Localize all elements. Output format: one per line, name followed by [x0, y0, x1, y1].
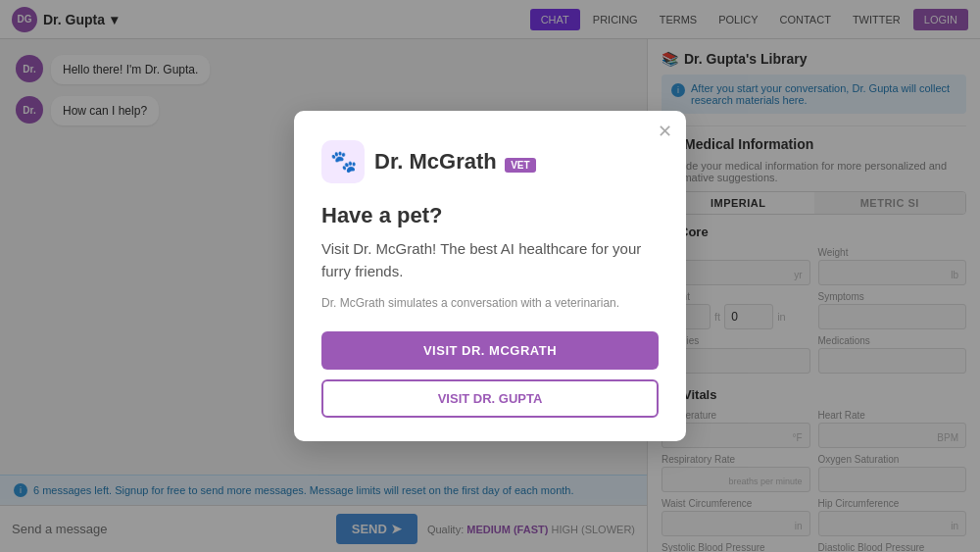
visit-gupta-button[interactable]: VISIT DR. GUPTA — [321, 379, 659, 418]
modal-logo-icon: 🐾 — [321, 140, 365, 183]
modal-title: Have a pet? — [321, 203, 659, 228]
modal-logo: 🐾 Dr. McGrath VET — [321, 140, 659, 183]
modal-close-button[interactable]: ✕ — [658, 123, 672, 140]
modal-sub: Dr. McGrath simulates a conversation wit… — [321, 296, 659, 310]
modal-desc: Visit Dr. McGrath! The best AI healthcar… — [321, 238, 659, 282]
vet-badge: VET — [505, 158, 535, 173]
visit-mcgrath-button[interactable]: VISIT DR. MCGRATH — [321, 331, 659, 370]
modal-paw-icon: 🐾 — [330, 149, 357, 175]
modal-logo-text: Dr. McGrath VET — [374, 149, 536, 175]
modal-logo-name: Dr. McGrath — [374, 149, 497, 174]
modal-overlay[interactable]: ✕ 🐾 Dr. McGrath VET Have a pet? Visit Dr… — [0, 0, 980, 552]
pet-modal: ✕ 🐾 Dr. McGrath VET Have a pet? Visit Dr… — [294, 111, 686, 441]
